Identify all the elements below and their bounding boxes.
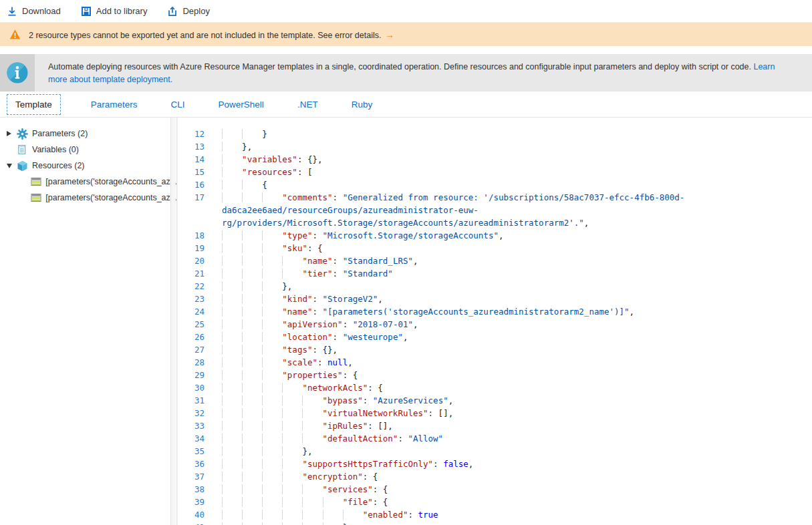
code-line-text: }, [213,280,812,293]
arrow-right-icon[interactable]: → [385,29,394,40]
code-line: 18 "type": "Microsoft.Storage/storageAcc… [178,229,812,242]
line-number: 13 [178,140,213,153]
code-line: 22 }, [178,280,812,293]
code-line-text: "properties": { [213,369,812,381]
line-number: 28 [178,356,213,369]
code-line-text: "location": "westeurope", [213,331,812,343]
storage-icon [31,177,41,186]
code-line: 29 "properties": { [178,369,812,381]
tree-item-label: [parameters('storageAccounts_azu... [45,177,176,186]
toolbar-button-label: Add to library [96,6,148,16]
tab-bar: TemplateParametersCLIPowerShell.NETRuby [0,92,812,118]
code-line: 33 "ipRules": [], [178,419,812,432]
code-line-text: { [213,178,812,191]
code-line: 34 "defaultAction": "Allow" [178,432,812,445]
storage-icon [31,193,41,202]
tree-item-storage[interactable]: [parameters('storageAccounts_azu... [0,174,176,190]
code-line-text: }, [213,445,812,458]
line-number: 32 [178,407,213,419]
line-number: 20 [178,254,213,267]
code-line-text: "enabled": true [213,508,812,521]
code-line-text: "encryption": { [213,470,812,483]
deploy-icon [167,6,178,17]
line-number: 39 [178,496,213,508]
code-line: 23 "kind": "StorageV2", [178,293,812,305]
line-number: 30 [178,381,213,394]
code-line-text: }, [213,140,812,153]
code-line: 35 }, [178,445,812,458]
line-number: 38 [178,483,213,496]
line-number: 24 [178,305,213,318]
line-number: 36 [178,458,213,470]
code-line-text: "bypass": "AzureServices", [213,394,812,407]
see-error-details-link[interactable]: See error details. [317,31,381,40]
line-number: 23 [178,293,213,305]
download-icon [7,6,17,17]
code-line: 32 "virtualNetworkRules": [], [178,407,812,419]
add-to-library-button[interactable]: Add to library [81,6,148,17]
chevron-right-icon[interactable] [4,131,14,136]
code-line: 28 "scale": null, [178,356,812,369]
code-line: 41 } [178,521,812,525]
info-banner-text: Automate deploying resources with Azure … [35,54,797,92]
tree-item-variables[interactable]: Variables (0) [0,142,176,158]
main-area: Parameters (2)Variables (0)Resources (2)… [0,118,812,525]
code-line: 21 "tier": "Standard" [178,267,812,280]
line-number: 12 [178,128,213,140]
line-number: 17 [178,191,213,229]
tab-cli[interactable]: CLI [162,94,194,115]
tree-item-label: [parameters('storageAccounts_azu... [45,193,176,202]
code-line: 13 }, [178,140,812,153]
warning-message: 2 resource types cannot be exported yet … [29,31,315,40]
tab-ruby[interactable]: Ruby [343,94,382,115]
tab-net[interactable]: .NET [289,94,327,115]
tab-powershell[interactable]: PowerShell [210,94,273,115]
warning-banner: 2 resource types cannot be exported yet … [0,23,812,46]
code-line-text: "scale": null, [213,356,812,369]
code-line-text: "name": "[parameters('storageAccounts_az… [213,305,812,318]
code-line: 19 "sku": { [178,242,812,254]
line-number: 31 [178,394,213,407]
deploy-button[interactable]: Deploy [167,6,209,17]
line-number: 40 [178,508,213,521]
code-line-text: "services": { [213,483,812,496]
download-button[interactable]: Download [7,6,61,17]
code-line: 38 "services": { [178,483,812,496]
toolbar-button-label: Download [22,6,61,16]
line-number: 19 [178,242,213,254]
code-line-text: "comments": "Generalized from resource: … [213,191,812,229]
warning-triangle-icon [9,29,21,40]
code-line: 12 } [178,128,812,140]
code-line: 15 "resources": [ [178,166,812,178]
code-editor[interactable]: 12 }13 },14 "variables": {},15 "resource… [177,118,812,525]
code-line: 27 "tags": {}, [178,343,812,356]
tree-item-parameters[interactable]: Parameters (2) [0,126,176,142]
code-line: 26 "location": "westeurope", [178,331,812,343]
info-icon [6,61,29,84]
tree-panel: Parameters (2)Variables (0)Resources (2)… [0,118,177,525]
toolbar: DownloadAdd to libraryDeploy [0,0,812,23]
tree-item-storage[interactable]: [parameters('storageAccounts_azu... [0,190,176,206]
line-number: 15 [178,166,213,178]
line-number: 25 [178,318,213,331]
chevron-down-icon[interactable] [4,164,14,168]
code-line: 40 "enabled": true [178,508,812,521]
code-line-text: "name": "Standard_LRS", [213,254,812,267]
line-number: 21 [178,267,213,280]
code-line: 24 "name": "[parameters('storageAccounts… [178,305,812,318]
code-line: 31 "bypass": "AzureServices", [178,394,812,407]
line-number: 34 [178,432,213,445]
tab-parameters[interactable]: Parameters [82,94,146,115]
line-number: 26 [178,331,213,343]
code-line: 17 "comments": "Generalized from resourc… [178,191,812,229]
code-line-text: "type": "Microsoft.Storage/storageAccoun… [213,229,812,242]
warning-text: 2 resource types cannot be exported yet … [29,29,394,40]
code-line-text: "defaultAction": "Allow" [213,432,812,445]
toolbar-button-label: Deploy [182,6,209,16]
tree-item-label: Resources (2) [32,161,85,170]
tree-item-resources[interactable]: Resources (2) [0,158,176,174]
code-line-text: "apiVersion": "2018-07-01", [213,318,812,331]
tab-template[interactable]: Template [7,94,61,115]
line-number: 29 [178,369,213,381]
code-line-text: } [213,521,812,525]
